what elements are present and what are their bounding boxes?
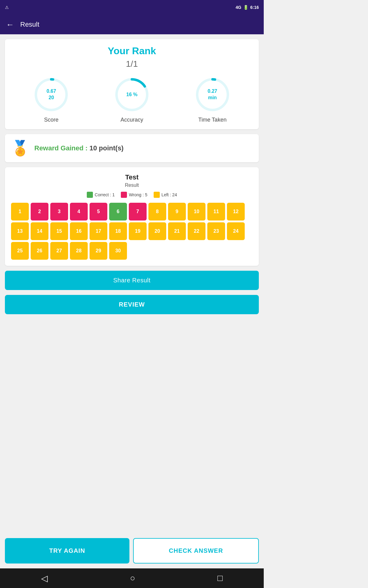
- nav-recent-icon[interactable]: □: [217, 573, 223, 583]
- left-dot: [154, 192, 160, 198]
- status-left: ⚠: [5, 5, 9, 10]
- question-cell-23[interactable]: 23: [207, 222, 225, 240]
- review-button[interactable]: REVIEW: [5, 295, 259, 314]
- question-cell-17[interactable]: 17: [90, 222, 107, 240]
- accuracy-label: Accuracy: [121, 117, 143, 123]
- battery-icon: 🔋: [243, 5, 248, 10]
- question-cell-22[interactable]: 22: [188, 222, 205, 240]
- status-right: 4G 🔋 6:16: [236, 5, 259, 10]
- correct-dot: [87, 192, 93, 198]
- question-cell-26[interactable]: 26: [31, 242, 48, 260]
- question-cell-8[interactable]: 8: [148, 203, 166, 221]
- question-cell-20[interactable]: 20: [148, 222, 166, 240]
- question-cell-9[interactable]: 9: [168, 203, 186, 221]
- question-cell-30[interactable]: 30: [109, 242, 127, 260]
- status-bar: ⚠ 4G 🔋 6:16: [0, 0, 264, 15]
- reward-icon: 🏅: [11, 140, 29, 157]
- rank-title: Your Rank: [11, 45, 253, 57]
- question-cell-6[interactable]: 6: [109, 203, 127, 221]
- time-circle: 0.27 min: [194, 76, 231, 113]
- try-again-button[interactable]: TRY AGAIN: [5, 538, 129, 564]
- time-stat: 0.27 min Time Taken: [194, 76, 231, 123]
- nav-home-icon[interactable]: ○: [130, 573, 135, 583]
- time-label: Time Taken: [198, 117, 227, 123]
- main-content: Your Rank 1/1 0.67 20 Score: [0, 34, 264, 538]
- reward-text: Reward Gained : 10 point(s): [34, 144, 124, 152]
- nav-bar: ◁ ○ □: [0, 568, 264, 588]
- rank-card: Your Rank 1/1 0.67 20 Score: [5, 39, 259, 129]
- score-label: Score: [44, 117, 59, 123]
- legend: Correct : 1 Wrong : 5 Left : 24: [11, 192, 253, 198]
- accuracy-circle: 16 %: [113, 76, 150, 113]
- legend-correct: Correct : 1: [87, 192, 115, 198]
- test-result-card: Test Result Correct : 1 Wrong : 5 Left :…: [5, 167, 259, 266]
- question-cell-21[interactable]: 21: [168, 222, 186, 240]
- score-text: 0.67 20: [47, 88, 56, 101]
- check-answer-button[interactable]: CHECK ANSWER: [133, 538, 259, 564]
- time-text: 0.27 min: [208, 88, 217, 101]
- question-cell-2[interactable]: 2: [31, 203, 48, 221]
- accuracy-stat: 16 % Accuracy: [113, 76, 150, 123]
- accuracy-text: 16 %: [126, 92, 137, 98]
- question-cell-12[interactable]: 12: [227, 203, 245, 221]
- share-result-button[interactable]: Share Result: [5, 271, 259, 290]
- reward-card: 🏅 Reward Gained : 10 point(s): [5, 134, 259, 162]
- question-cell-24[interactable]: 24: [227, 222, 245, 240]
- signal-icon: 4G: [236, 5, 241, 10]
- question-cell-18[interactable]: 18: [109, 222, 127, 240]
- wrong-dot: [121, 192, 127, 198]
- warning-icon: ⚠: [5, 5, 9, 10]
- legend-left: Left : 24: [154, 192, 177, 198]
- legend-wrong: Wrong : 5: [121, 192, 147, 198]
- reward-label: Reward Gained :: [34, 144, 88, 152]
- page-title: Result: [20, 21, 39, 28]
- question-cell-3[interactable]: 3: [50, 203, 68, 221]
- question-cell-10[interactable]: 10: [188, 203, 205, 221]
- question-cell-15[interactable]: 15: [50, 222, 68, 240]
- question-cell-14[interactable]: 14: [31, 222, 48, 240]
- question-grid: 1234567891011121314151617181920212223242…: [11, 203, 253, 260]
- question-cell-25[interactable]: 25: [11, 242, 29, 260]
- nav-back-icon[interactable]: ◁: [41, 573, 48, 583]
- score-stat: 0.67 20 Score: [33, 76, 70, 123]
- wrong-label: Wrong : 5: [129, 192, 147, 197]
- left-label: Left : 24: [162, 192, 177, 197]
- time-display: 6:16: [250, 5, 259, 10]
- test-title: Test: [11, 173, 253, 181]
- question-cell-28[interactable]: 28: [70, 242, 88, 260]
- question-cell-5[interactable]: 5: [90, 203, 107, 221]
- question-cell-7[interactable]: 7: [129, 203, 147, 221]
- correct-label: Correct : 1: [95, 192, 115, 197]
- bottom-actions: TRY AGAIN CHECK ANSWER: [0, 538, 264, 568]
- question-cell-27[interactable]: 27: [50, 242, 68, 260]
- question-cell-11[interactable]: 11: [207, 203, 225, 221]
- header: ← Result: [0, 15, 264, 34]
- score-circle: 0.67 20: [33, 76, 70, 113]
- question-cell-29[interactable]: 29: [90, 242, 107, 260]
- question-cell-1[interactable]: 1: [11, 203, 29, 221]
- question-cell-19[interactable]: 19: [129, 222, 147, 240]
- question-cell-4[interactable]: 4: [70, 203, 88, 221]
- stats-row: 0.67 20 Score 16 % Accuracy: [11, 76, 253, 123]
- back-button[interactable]: ←: [6, 20, 14, 29]
- rank-value: 1/1: [11, 59, 253, 69]
- question-cell-13[interactable]: 13: [11, 222, 29, 240]
- reward-points-value: 10 point(s): [90, 144, 124, 152]
- question-cell-16[interactable]: 16: [70, 222, 88, 240]
- test-subtitle: Result: [11, 183, 253, 188]
